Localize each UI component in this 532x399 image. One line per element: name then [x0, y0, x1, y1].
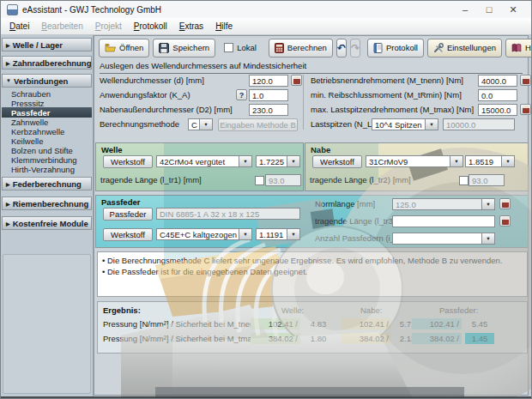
shaft-diameter-input[interactable]: 120.0	[249, 75, 288, 87]
minimize-button[interactable]: –	[453, 2, 477, 18]
pf-length-input[interactable]	[392, 215, 495, 227]
menu-datei[interactable]: Datei	[3, 20, 35, 33]
calculator-icon	[275, 43, 284, 53]
calc-method-select[interactable]: C▼	[188, 118, 213, 130]
nabe-material-select[interactable]: 31CrMoV9▼	[366, 155, 463, 167]
sidebar-group-riemenberechnung[interactable]: ▶Riemenberechnung	[2, 196, 92, 210]
content-area: Öffnen Speichern Lokal Berechnen ↶ ↷ Pro…	[94, 35, 529, 396]
close-button[interactable]: ✕	[501, 2, 525, 18]
nabe-panel-title: Nabe	[311, 145, 330, 154]
chevron-right-icon: ▶	[6, 221, 10, 227]
sidebar-group-federberechnung[interactable]: ▶Federberechnung	[2, 177, 92, 190]
sidebar-group-verbindungen[interactable]: ▼Verbindungen	[2, 74, 92, 88]
calc-icon[interactable]	[499, 198, 511, 209]
help-question-button[interactable]: ?	[236, 89, 247, 100]
passfeder-panel: Passfeder Passfeder DIN 6885-1 A 32 x 18…	[95, 195, 529, 248]
nominal-torque-label: Betriebsnenndrehmoment (M_tnenn) [Nm]	[311, 76, 463, 85]
passfeder-panel-title: Passfeder	[101, 197, 140, 207]
nabe-length-label: tragende Länge (l_tr2) [mm]	[310, 175, 411, 184]
norm-length-label: Normlänge [mm]	[315, 199, 375, 209]
local-checkbox[interactable]: Lokal	[219, 39, 262, 57]
dropdown-arrow-icon: ▼	[426, 118, 438, 130]
undo-button[interactable]: ↶	[336, 39, 347, 57]
chevron-right-icon: ▶	[6, 60, 10, 66]
undo-icon: ↶	[337, 43, 346, 53]
sidebar-group-zahnradberechnung[interactable]: ▶Zahnradberechnung	[2, 56, 92, 70]
nabe-material-number-select[interactable]: 1.8519▼	[465, 155, 515, 167]
maximize-button[interactable]: □	[477, 2, 501, 18]
checkbox-icon	[224, 43, 233, 52]
menu-extras[interactable]: Extras	[173, 20, 209, 33]
page-title: Auslegen des Wellendurchmessers auf Mind…	[100, 61, 523, 74]
application-factor-input[interactable]: 1.0	[249, 89, 288, 101]
result-nabe-pressure: 384.02 /	[342, 333, 391, 344]
menu-protokoll[interactable]: Protokoll	[128, 20, 173, 33]
result-nabe-pressure: 102.41 /	[342, 318, 391, 329]
passfeder-key-button[interactable]: Passfeder	[103, 208, 153, 221]
nabe-length-checkbox[interactable]	[459, 176, 469, 185]
app-icon	[7, 4, 18, 15]
max-peak-torque-input[interactable]: 15000.0	[478, 104, 517, 116]
chevron-right-icon: ▶	[6, 181, 10, 187]
calc-icon[interactable]	[291, 75, 302, 86]
dropdown-arrow-icon: ▼	[287, 155, 300, 167]
help-button[interactable]: Hilfe	[505, 39, 532, 57]
menu-hilfe[interactable]: Hilfe	[209, 20, 239, 33]
results-col-welle: Welle:	[281, 305, 304, 315]
column-divider	[303, 75, 304, 130]
norm-length-select[interactable]: 125.0▼	[392, 198, 495, 210]
dropdown-arrow-icon: ▼	[482, 198, 495, 210]
menu-projekt: Projekt	[89, 20, 128, 33]
load-peaks-label: Lastspitzen (N_L)	[311, 119, 374, 129]
sidebar-empty-panel	[3, 254, 91, 394]
results-title: Ergebnis:	[103, 305, 141, 315]
sidebar-group-welle-lager[interactable]: ▶Welle / Lager	[2, 38, 92, 51]
min-friction-torque-input[interactable]: 0.0	[478, 89, 517, 101]
passfeder-werkstoff-button[interactable]: Werkstoff	[103, 228, 153, 241]
hub-outer-diameter-label: Nabenaußendurchmesser (D2) [mm]	[100, 105, 233, 114]
window-title: eAssistant - GWJ Technology GmbH	[22, 5, 161, 15]
calc-icon[interactable]	[520, 104, 531, 115]
nabe-length-input: 93.0	[469, 174, 505, 186]
calculate-button[interactable]: Berechnen	[269, 39, 333, 57]
min-friction-torque-label: min. Reibschlussmoment (M_tRmin) [Nm]	[311, 90, 462, 100]
protocol-button[interactable]: Protokoll	[367, 39, 424, 57]
settings-button[interactable]: Einstellungen	[427, 39, 502, 57]
dropdown-arrow-icon: ▼	[239, 228, 252, 240]
nominal-torque-input[interactable]: 4000.0	[478, 75, 517, 87]
result-row-label: Pressung [N/mm²] / Sicherheit bei M_tmax…	[103, 334, 258, 343]
passfeder-material-select[interactable]: C45E+C kaltgezogen▼	[156, 228, 252, 240]
dropdown-arrow-icon: ▼	[239, 155, 252, 167]
welle-werkstoff-button[interactable]: Werkstoff	[103, 155, 153, 168]
hub-outer-diameter-input[interactable]: 230.0	[249, 104, 288, 116]
open-button[interactable]: Öffnen	[99, 39, 149, 57]
welle-material-select[interactable]: 42CrMo4 vergütet▼	[156, 155, 252, 167]
redo-button[interactable]: ↷	[350, 39, 360, 57]
menu-bearbeiten: Bearbeiten	[35, 20, 88, 33]
results-col-passfeder: Passfeder:	[439, 305, 478, 315]
welle-material-number-select[interactable]: 1.7225▼	[256, 155, 300, 167]
sidebar-group-kostenfreie-module[interactable]: ▶Kostenfreie Module	[2, 216, 92, 230]
results-col-nabe: Nabe:	[360, 305, 382, 315]
redo-icon: ↷	[351, 43, 360, 53]
open-folder-icon	[105, 43, 116, 52]
window-bottom-edge	[1, 396, 531, 398]
welle-length-input: 93.0	[265, 174, 301, 186]
application-factor-label: Anwendungsfaktor (K_A)	[100, 90, 190, 100]
pf-count-select[interactable]: ▼	[392, 233, 495, 245]
passfeder-designation-field: DIN 6885-1 A 32 x 18 x 125	[156, 208, 300, 220]
result-passfeder-safety-highlight: 1.45	[465, 333, 494, 344]
welle-panel: Welle Werkstoff 42CrMo4 vergütet▼ 1.7225…	[95, 142, 304, 191]
welle-length-checkbox[interactable]	[255, 176, 264, 185]
load-peaks-select[interactable]: 10^4 Spitzen▼	[372, 118, 438, 130]
result-welle-pressure: 102.41 /	[251, 318, 300, 329]
sidebar-item-hirth-verzahnung[interactable]: Hirth-Verzahnung	[2, 164, 92, 174]
calc-icon[interactable]	[520, 75, 531, 86]
save-button[interactable]: Speichern	[153, 39, 215, 57]
nabe-werkstoff-button[interactable]: Werkstoff	[312, 155, 362, 168]
message-box: Die Berechnungsmethode C liefert sehr un…	[97, 251, 528, 297]
calc-icon[interactable]	[499, 215, 511, 227]
dropdown-arrow-icon: ▼	[502, 155, 515, 167]
passfeder-material-number-select[interactable]: 1.1191▼	[256, 228, 300, 240]
result-passfeder-safety: 5.45	[465, 318, 494, 329]
